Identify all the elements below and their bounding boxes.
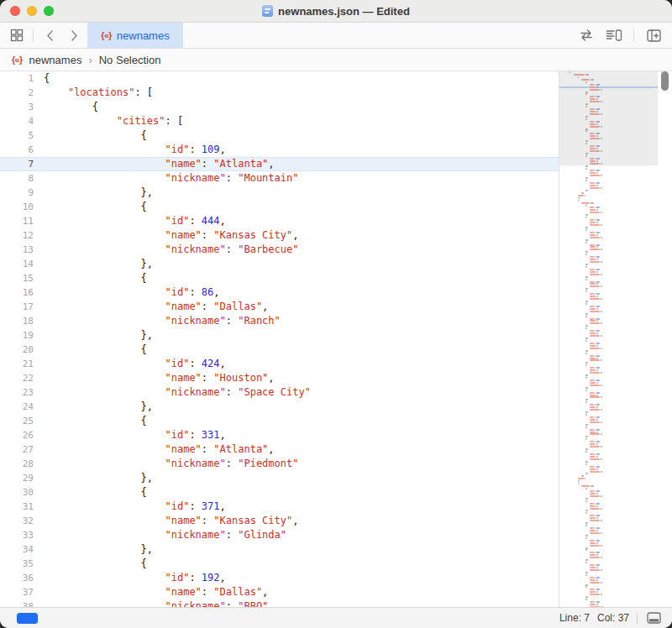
code-line[interactable]: 21 "id": 424,: [0, 357, 559, 371]
punctuation-token: [44, 286, 165, 298]
line-number[interactable]: 33: [0, 528, 34, 542]
code-line[interactable]: 31 "id": 371,: [0, 500, 559, 514]
add-editor-icon[interactable]: [645, 27, 662, 44]
code-line[interactable]: 14 },: [0, 257, 559, 271]
line-number[interactable]: 4: [0, 114, 34, 128]
code-line[interactable]: 26 "id": 331,: [0, 428, 559, 442]
line-number[interactable]: 31: [0, 500, 34, 514]
close-button[interactable]: [10, 6, 20, 16]
code-line[interactable]: 2 "locations": [: [0, 86, 559, 100]
punctuation-token: :: [226, 386, 238, 398]
minimap-bar: [585, 242, 586, 243]
line-number[interactable]: 23: [0, 385, 34, 400]
code-line[interactable]: 3 {: [0, 100, 559, 114]
line-number[interactable]: 2: [0, 86, 34, 100]
code-line[interactable]: 25 {: [0, 414, 559, 428]
minimap-bar: [595, 306, 596, 307]
code-line[interactable]: 10 {: [0, 200, 559, 214]
code-line[interactable]: 15 {: [0, 271, 559, 285]
forward-icon[interactable]: [66, 27, 82, 44]
code-line[interactable]: 12 "name": "Kansas City",: [0, 228, 559, 243]
code-line[interactable]: 11 "id": 444,: [0, 214, 559, 228]
code-review-icon[interactable]: [578, 27, 595, 44]
line-number[interactable]: 11: [0, 214, 34, 228]
code-line[interactable]: 9 },: [0, 186, 559, 200]
code-line[interactable]: 38 "nickname": "BBQ": [0, 599, 559, 607]
line-number[interactable]: 26: [0, 428, 34, 442]
breadcrumb-selection[interactable]: No Selection: [99, 54, 161, 66]
source-code-view[interactable]: 1{2 "locations": [3 {4 "cities": [5 {6 "…: [0, 71, 559, 607]
code-line[interactable]: 1{: [0, 71, 559, 86]
code-line[interactable]: 37 "name": "Dallas",: [0, 585, 559, 599]
line-number[interactable]: 13: [0, 243, 34, 257]
code-line[interactable]: 27 "name": "Atlanta",: [0, 442, 559, 457]
bottom-panel-icon[interactable]: [645, 610, 662, 626]
line-number[interactable]: 27: [0, 442, 34, 457]
line-number[interactable]: 24: [0, 400, 34, 414]
line-number[interactable]: 18: [0, 314, 34, 328]
code-line[interactable]: 35 {: [0, 557, 559, 571]
minimap-bar: [578, 483, 579, 484]
code-line[interactable]: 5 {: [0, 128, 559, 143]
line-number[interactable]: 14: [0, 257, 34, 271]
code-line[interactable]: 23 "nickname": "Space City": [0, 385, 559, 400]
code-line[interactable]: 36 "id": 192,: [0, 571, 559, 585]
scrollbar-thumb[interactable]: [661, 71, 669, 91]
minimize-button[interactable]: [27, 6, 37, 16]
code-line[interactable]: 32 "name": "Kansas City",: [0, 514, 559, 528]
line-number[interactable]: 30: [0, 485, 34, 500]
code-line[interactable]: 17 "name": "Dallas",: [0, 300, 559, 314]
code-line[interactable]: 30 {: [0, 485, 559, 500]
line-number[interactable]: 9: [0, 186, 34, 200]
line-number[interactable]: 5: [0, 128, 34, 143]
code-line[interactable]: 28 "nickname": "Piedmont": [0, 457, 559, 471]
line-number[interactable]: 16: [0, 285, 34, 300]
code-line[interactable]: 4 "cities": [: [0, 114, 559, 128]
minimap[interactable]: [559, 71, 658, 607]
line-number[interactable]: 22: [0, 371, 34, 385]
tab-newnames[interactable]: {«} newnames: [87, 23, 183, 48]
code-line[interactable]: 24 },: [0, 400, 559, 414]
code-line[interactable]: 20 {: [0, 343, 559, 357]
code-line[interactable]: 33 "nickname": "Glinda": [0, 528, 559, 542]
back-icon[interactable]: [41, 27, 58, 44]
code-line[interactable]: 8 "nickname": "Mountain": [0, 171, 559, 186]
line-number[interactable]: 32: [0, 514, 34, 528]
line-number[interactable]: 7: [0, 157, 34, 171]
line-number[interactable]: 1: [0, 71, 34, 86]
code-line[interactable]: 22 "name": "Houston",: [0, 371, 559, 385]
code-line[interactable]: 16 "id": 86,: [0, 285, 559, 300]
line-number[interactable]: 25: [0, 414, 34, 428]
line-number[interactable]: 29: [0, 471, 34, 485]
line-number[interactable]: 6: [0, 143, 34, 157]
code-line[interactable]: 29 },: [0, 471, 559, 485]
line-number[interactable]: 15: [0, 271, 34, 285]
related-items-icon[interactable]: [8, 27, 25, 44]
title-bar[interactable]: newnames.json — Edited: [0, 0, 672, 23]
line-number[interactable]: 8: [0, 171, 34, 186]
line-number[interactable]: 17: [0, 300, 34, 314]
code-line[interactable]: 7 "name": "Atlanta",: [0, 157, 559, 171]
line-number[interactable]: 36: [0, 571, 34, 585]
line-number[interactable]: 34: [0, 542, 34, 557]
line-number[interactable]: 20: [0, 343, 34, 357]
scrollbar-track[interactable]: [658, 71, 672, 607]
line-number[interactable]: 35: [0, 557, 34, 571]
line-number[interactable]: 12: [0, 228, 34, 243]
breadcrumb-file[interactable]: newnames: [29, 54, 82, 66]
line-number[interactable]: 21: [0, 357, 34, 371]
minimap-bar: [585, 74, 589, 76]
editor-options-icon[interactable]: [606, 27, 622, 44]
line-number[interactable]: 3: [0, 100, 34, 114]
zoom-button[interactable]: [44, 6, 54, 16]
line-number[interactable]: 10: [0, 200, 34, 214]
line-number[interactable]: 28: [0, 457, 34, 471]
code-line[interactable]: 18 "nickname": "Ranch": [0, 314, 559, 328]
line-number[interactable]: 19: [0, 328, 34, 343]
code-line[interactable]: 19 },: [0, 328, 559, 343]
code-line[interactable]: 13 "nickname": "Barbecue": [0, 243, 559, 257]
line-number[interactable]: 37: [0, 585, 34, 599]
code-line[interactable]: 6 "id": 109,: [0, 143, 559, 157]
code-line[interactable]: 34 },: [0, 542, 559, 557]
line-number[interactable]: 38: [0, 599, 34, 607]
